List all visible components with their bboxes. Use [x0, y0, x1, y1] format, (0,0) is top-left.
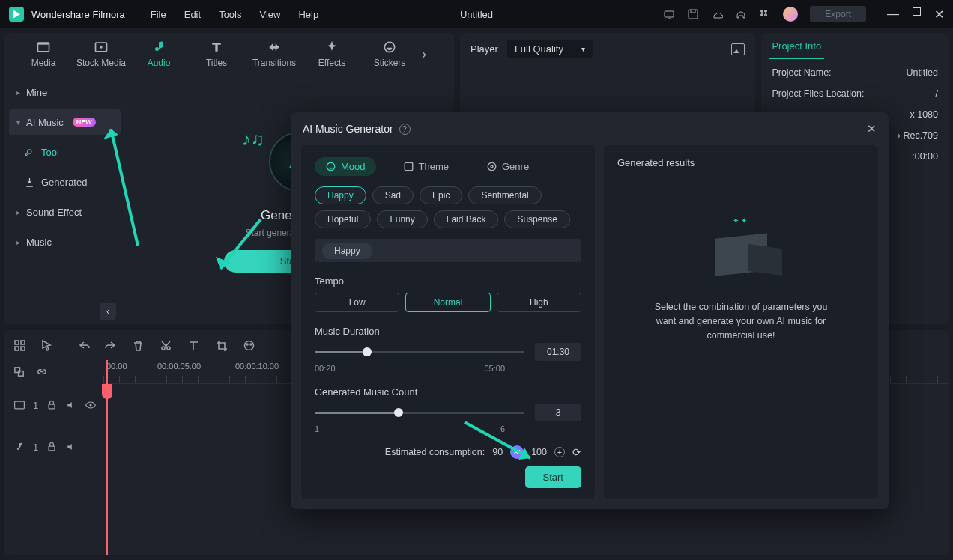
tab-titles[interactable]: Titles: [188, 34, 245, 73]
tempo-high[interactable]: High: [497, 293, 581, 312]
tempo-low[interactable]: Low: [315, 293, 399, 312]
dialog-minimize-icon[interactable]: —: [839, 122, 850, 136]
chevron-down-icon: ▾: [581, 45, 585, 53]
cloud-icon[interactable]: [711, 8, 723, 20]
tab-theme[interactable]: Theme: [393, 157, 459, 176]
svg-point-17: [245, 341, 254, 350]
color-icon[interactable]: [243, 339, 255, 352]
headphones-icon[interactable]: [735, 8, 747, 20]
tab-media[interactable]: Media: [15, 34, 72, 73]
chip-happy[interactable]: Happy: [315, 186, 366, 204]
mute-icon[interactable]: [65, 441, 77, 453]
close-icon[interactable]: ✕: [934, 7, 944, 22]
tab-audio[interactable]: Audio: [130, 34, 187, 73]
sidebar-item-generated[interactable]: Generated: [9, 169, 121, 195]
start-button[interactable]: Start: [525, 466, 581, 488]
est-label: Estimated consumption:: [385, 447, 485, 457]
menu-file[interactable]: File: [151, 9, 166, 20]
text-icon[interactable]: [187, 339, 200, 352]
sidebar-item-music[interactable]: ▸Music: [9, 229, 121, 255]
minimize-icon[interactable]: —: [887, 7, 899, 22]
sidebar-item-ai-music[interactable]: ▾AI MusicNEW: [9, 109, 121, 135]
menu-view[interactable]: View: [259, 9, 280, 20]
mute-icon[interactable]: [65, 399, 77, 411]
chip-sad[interactable]: Sad: [372, 186, 414, 204]
selected-mood-chip[interactable]: Happy: [322, 243, 372, 259]
lock-icon[interactable]: [46, 441, 58, 453]
pointer-icon[interactable]: [40, 339, 52, 352]
device-icon[interactable]: [663, 8, 675, 20]
count-label: Generated Music Count: [315, 386, 581, 398]
generated-results: Generated results ✦ ✦ Select the combina…: [604, 145, 878, 499]
svg-point-4: [761, 14, 763, 16]
tempo-normal[interactable]: Normal: [405, 293, 490, 312]
app-logo: [9, 7, 24, 22]
project-info-tab[interactable]: Project Info: [769, 34, 824, 59]
duration-slider[interactable]: [315, 344, 524, 359]
video-track-header[interactable]: 1: [4, 384, 103, 426]
svg-rect-12: [21, 341, 25, 344]
media-tabs: Media Stock Media Audio Titles Transitio…: [4, 33, 454, 75]
pi-location-value: /: [936, 88, 938, 99]
svg-rect-11: [15, 341, 19, 344]
tabs-more-icon[interactable]: ›: [422, 46, 426, 62]
tab-transitions[interactable]: Transitions: [246, 34, 303, 73]
tab-stickers[interactable]: Stickers: [361, 34, 418, 73]
tab-genre[interactable]: Genre: [476, 157, 539, 176]
svg-point-18: [246, 344, 248, 345]
svg-rect-20: [15, 368, 20, 373]
chip-epic[interactable]: Epic: [420, 186, 462, 204]
chip-funny[interactable]: Funny: [377, 210, 427, 228]
svg-point-26: [327, 162, 335, 171]
help-icon[interactable]: ?: [399, 124, 411, 135]
cut-icon[interactable]: [160, 339, 172, 352]
chip-hopeful[interactable]: Hopeful: [315, 210, 371, 228]
delete-icon[interactable]: [132, 339, 145, 352]
generator-controls: Mood Theme Genre Happy Sad Epic Sentimen…: [301, 145, 595, 499]
apps-icon[interactable]: [759, 8, 771, 20]
add-credits-icon[interactable]: +: [554, 447, 565, 457]
undo-icon[interactable]: [78, 339, 91, 352]
save-icon[interactable]: [687, 8, 699, 20]
redo-icon[interactable]: [104, 339, 117, 352]
grid-icon[interactable]: [13, 339, 26, 352]
refresh-icon[interactable]: ⟳: [572, 446, 581, 458]
audio-track-header[interactable]: 1: [4, 426, 103, 468]
chip-laidback[interactable]: Laid Back: [434, 210, 499, 228]
menu-tools[interactable]: Tools: [219, 9, 241, 20]
svg-rect-27: [405, 162, 413, 171]
eye-icon[interactable]: [85, 399, 97, 411]
sidebar-item-tool[interactable]: Tool: [9, 139, 121, 165]
link-icon[interactable]: [36, 366, 48, 378]
playhead[interactable]: [106, 360, 108, 555]
maximize-icon[interactable]: [913, 7, 921, 16]
count-value: 3: [535, 404, 581, 421]
collapse-sidebar-icon[interactable]: ‹: [100, 303, 116, 320]
tab-mood[interactable]: Mood: [315, 157, 376, 176]
sidebar-item-mine[interactable]: ▸Mine: [9, 79, 121, 105]
layers-icon[interactable]: [13, 366, 25, 378]
export-button[interactable]: Export: [810, 6, 866, 22]
svg-rect-1: [689, 10, 698, 19]
menu-help[interactable]: Help: [298, 9, 318, 20]
svg-point-15: [162, 347, 165, 350]
tempo-label: Tempo: [315, 276, 581, 287]
pi-name-label: Project Name:: [772, 67, 831, 78]
snapshot-icon[interactable]: [731, 43, 745, 55]
sidebar-item-sound-effect[interactable]: ▸Sound Effect: [9, 199, 121, 225]
document-title: Untitled: [460, 9, 493, 20]
quality-dropdown[interactable]: Full Quality▾: [507, 40, 593, 58]
menu-edit[interactable]: Edit: [184, 9, 201, 20]
est-used: 90: [492, 447, 503, 457]
avatar[interactable]: [783, 7, 798, 22]
dialog-close-icon[interactable]: ✕: [867, 122, 877, 136]
svg-rect-22: [15, 401, 25, 409]
lock-icon[interactable]: [46, 399, 58, 411]
svg-rect-13: [15, 347, 19, 350]
tab-stock-media[interactable]: Stock Media: [73, 34, 130, 73]
chip-sentimental[interactable]: Sentimental: [468, 186, 541, 204]
count-slider[interactable]: [315, 405, 524, 420]
tab-effects[interactable]: Effects: [303, 34, 360, 73]
chip-suspense[interactable]: Suspense: [504, 210, 569, 228]
crop-icon[interactable]: [215, 339, 228, 352]
